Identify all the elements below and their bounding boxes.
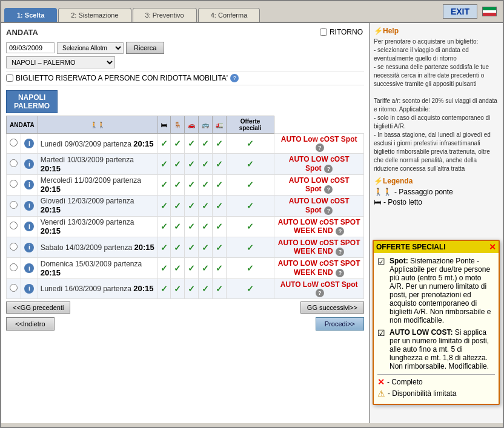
row-date-5: Sabato 14/03/2009 partenza 20:15 [38, 237, 158, 257]
info-icon-2[interactable]: i [24, 180, 34, 189]
info-icon-5[interactable]: i [24, 243, 34, 252]
offer-help-icon-4[interactable]: ? [336, 227, 344, 235]
spot-label: Spot: [390, 257, 408, 265]
disponibilita-row: ⚠ - Disponibilità limitata [377, 389, 495, 398]
row-col2-6: ✓ [170, 258, 184, 278]
row-col3-7: ✓ [184, 278, 198, 298]
prev-days-button[interactable]: <<GG precedenti [6, 301, 70, 314]
mobility-checkbox[interactable] [6, 74, 13, 82]
offer-help-icon-7[interactable]: ? [316, 289, 324, 297]
bottom-bar: <<Indietro Procedi>> [6, 317, 364, 331]
col-cabin: 🚗 [184, 116, 198, 134]
row-radio-7[interactable] [7, 278, 21, 298]
date-row: Seleziona Allotm Ricerca [6, 42, 364, 54]
row-col4-5: ✓ [198, 237, 212, 257]
mobility-row: BIGLIETTO RISERVATO A PERSONE CON RIDOTT… [6, 74, 364, 82]
offer-help-icon-1[interactable]: ? [324, 165, 333, 173]
info-icon-3[interactable]: i [24, 201, 34, 211]
row-col3-5: ✓ [184, 237, 198, 257]
row-offer-5: AUTO LOW cOST SPOTWEEK END ? [274, 237, 364, 257]
help-mobility-icon[interactable]: ? [230, 74, 239, 82]
table-row: i Martedì 10/03/2009 partenza 20:15 ✓ ✓ … [7, 154, 364, 174]
row-radio-0[interactable] [7, 134, 21, 154]
nav-buttons: <<GG precedenti GG successivi>> [6, 301, 364, 314]
row-radio-3[interactable] [7, 196, 21, 216]
offer-help-icon-5[interactable]: ? [336, 248, 344, 256]
info-icon-1[interactable]: i [24, 159, 34, 169]
popup-close-button[interactable]: ✕ [489, 242, 496, 252]
row-info-6[interactable]: i [21, 258, 38, 278]
allotment-select[interactable]: Seleziona Allotm [57, 42, 124, 54]
offer-help-icon-2[interactable]: ? [324, 185, 333, 194]
row-offer-6: AUTO LOW cOST SPOTWEEK END ? [274, 258, 364, 278]
popup-auto-section: ☑ AUTO LOW COST: Si applica per un numer… [377, 328, 495, 370]
route-button[interactable]: NAPOLIPALERMO [6, 90, 58, 113]
table-row: i Venerdì 13/03/2009 partenza 20:15 ✓ ✓ … [7, 216, 364, 237]
ritorno-checkbox[interactable] [320, 28, 327, 36]
row-col2-5: ✓ [170, 237, 184, 257]
bed-legend-label: - Posto letto [383, 198, 422, 206]
row-info-5[interactable]: i [21, 237, 38, 257]
row-radio-6[interactable] [7, 258, 21, 278]
search-button[interactable]: Ricerca [126, 42, 164, 54]
tab-preventivo[interactable]: 3: Preventivo [133, 8, 197, 22]
auto-label: AUTO LOW COST: [390, 328, 453, 337]
help-text: Per prenotare o acquistare un biglietto:… [374, 38, 499, 173]
row-col6-2: ✓ [226, 174, 274, 195]
row-info-7[interactable]: i [21, 278, 38, 298]
spot-description: Spot: Sistemazione Ponte - Applicabile p… [390, 257, 495, 324]
offer-help-icon-6[interactable]: ? [336, 269, 344, 277]
row-col6-4: ✓ [226, 216, 274, 237]
info-icon-0[interactable]: i [24, 139, 34, 148]
table-row: i Domenica 15/03/2009 partenza 20:15 ✓ ✓… [7, 258, 364, 278]
row-info-0[interactable]: i [21, 134, 38, 154]
row-col2-1: ✓ [170, 154, 184, 174]
content-area: ANDATA RITORNO Seleziona Allotm Ricerca … [1, 23, 503, 423]
help-title: Help [374, 27, 499, 35]
bed-icon: 🛏 [374, 198, 381, 206]
row-col1-2: ✓ [158, 174, 170, 195]
auto-checkbox-icon: ☑ [377, 328, 387, 338]
offer-help-icon-0[interactable]: ? [316, 143, 324, 152]
info-icon-6[interactable]: i [24, 263, 34, 273]
exit-button[interactable]: EXIT [443, 4, 477, 19]
ritorno-row: RITORNO [320, 28, 363, 36]
row-info-4[interactable]: i [21, 216, 38, 237]
row-radio-5[interactable] [7, 237, 21, 257]
route-row: NAPOLI – PALERMO [6, 56, 364, 68]
row-col2-0: ✓ [170, 134, 184, 154]
italy-flag-icon [482, 7, 497, 16]
col-truck: 🚛 [212, 116, 226, 134]
info-icon-4[interactable]: i [24, 222, 34, 231]
legenda-title: Legenda [374, 177, 499, 185]
row-offer-3: AUTO LOW cOSTSpot ? [274, 196, 364, 216]
row-col1-6: ✓ [158, 258, 170, 278]
route-select[interactable]: NAPOLI – PALERMO [6, 56, 115, 68]
row-date-0: Lunedì 09/03/2009 partenza 20:15 [38, 134, 158, 154]
bridge-legend: 🚶🚶 - Passaggio ponte [374, 188, 499, 196]
mobility-label: BIGLIETTO RISERVATO A PERSONE CON RIDOTT… [16, 74, 228, 82]
tab-conferma[interactable]: 4: Conferma [198, 8, 260, 22]
date-input[interactable] [6, 42, 55, 53]
spot-checkbox-icon: ☑ [377, 257, 387, 266]
row-col5-3: ✓ [212, 196, 226, 216]
row-info-1[interactable]: i [21, 154, 38, 174]
offer-help-icon-3[interactable]: ? [324, 206, 333, 215]
row-info-3[interactable]: i [21, 196, 38, 216]
row-col4-2: ✓ [198, 174, 212, 195]
table-row: i Sabato 14/03/2009 partenza 20:15 ✓ ✓ ✓… [7, 237, 364, 257]
tab-sistemazione[interactable]: 2: Sistemazione [58, 8, 131, 22]
row-radio-2[interactable] [7, 174, 21, 195]
info-icon-7[interactable]: i [24, 284, 34, 294]
row-info-2[interactable]: i [21, 174, 38, 195]
col-car: 🚌 [198, 116, 212, 134]
row-radio-1[interactable] [7, 154, 21, 174]
back-button[interactable]: <<Indietro [6, 317, 55, 331]
row-radio-4[interactable] [7, 216, 21, 237]
tab-scelta[interactable]: 1: Scelta [4, 8, 57, 22]
row-col2-4: ✓ [170, 216, 184, 237]
next-days-button[interactable]: GG successivi>> [300, 301, 364, 314]
row-col4-7: ✓ [198, 278, 212, 298]
row-col6-6: ✓ [226, 258, 274, 278]
proceed-button[interactable]: Procedi>> [316, 317, 364, 331]
